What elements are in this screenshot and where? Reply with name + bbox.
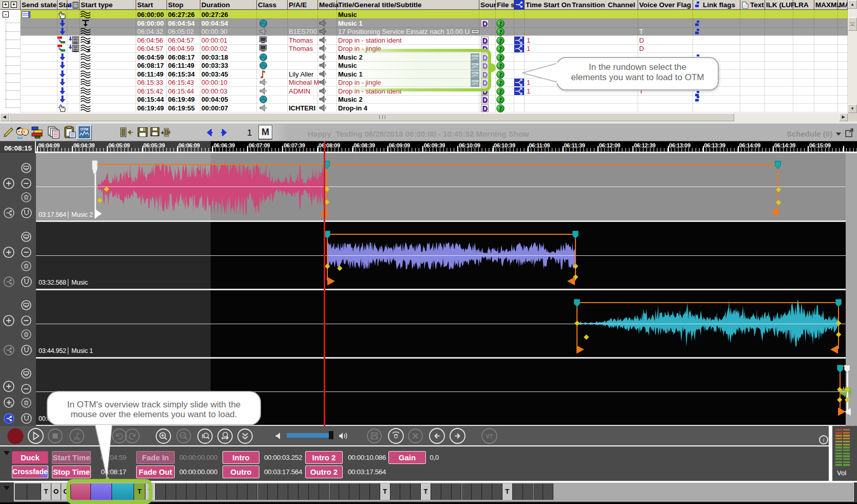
svg-text:i: i xyxy=(823,437,825,442)
svg-text:VT: VT xyxy=(486,433,493,439)
